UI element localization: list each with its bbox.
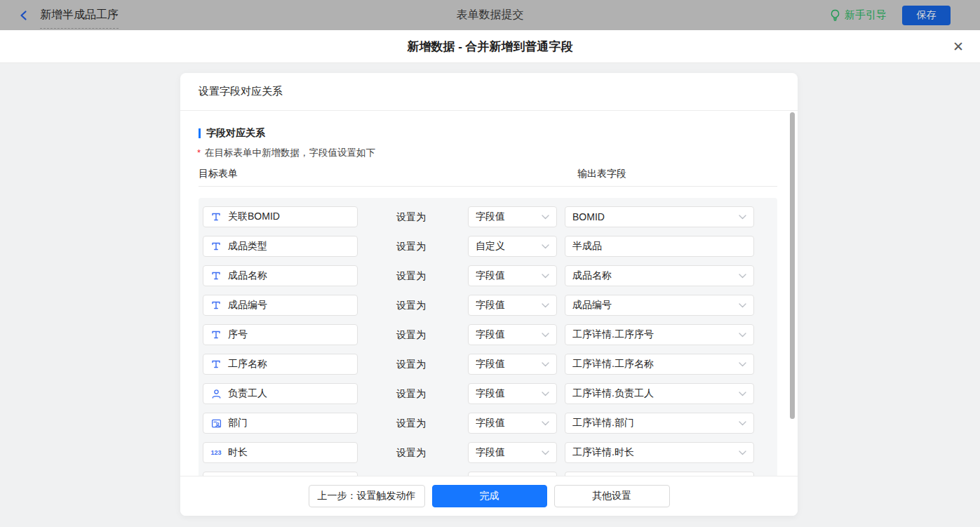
target-field-label: 部门 xyxy=(228,417,248,429)
previous-step-button[interactable]: 上一步：设置触发动作 xyxy=(309,485,425,507)
back-button[interactable] xyxy=(18,9,30,22)
value-mode-select[interactable]: 字段值 xyxy=(468,265,557,286)
set-as-label: 设置为 xyxy=(396,413,426,434)
value-mode-select[interactable]: 自定义 xyxy=(468,236,557,257)
text-field-icon xyxy=(210,212,222,222)
text-field-icon xyxy=(210,241,222,251)
chevron-down-icon xyxy=(739,215,746,220)
output-field-selected: 工序详情.工序序号 xyxy=(572,328,654,341)
mapping-row: 关联BOMID设置为字段值BOMID xyxy=(199,206,777,236)
done-button[interactable]: 完成 xyxy=(432,485,547,507)
output-field-select[interactable]: BOMID xyxy=(565,206,754,227)
output-field-select[interactable]: 成品名称 xyxy=(565,265,754,286)
value-mode-selected: 字段值 xyxy=(476,387,505,400)
value-mode-select[interactable]: 字段值 xyxy=(468,206,557,227)
value-mode-select[interactable]: 字段值 xyxy=(468,324,557,345)
set-as-label: 设置为 xyxy=(396,442,426,463)
value-mode-select[interactable]: 字段值 xyxy=(468,295,557,316)
member-icon xyxy=(210,389,222,399)
target-field-label: 时长 xyxy=(228,446,248,459)
value-mode-selected: 字段值 xyxy=(476,211,505,223)
value-mode-select[interactable]: 字段值 xyxy=(468,383,557,404)
target-field-label: 序号 xyxy=(228,328,248,341)
header-divider xyxy=(199,186,777,187)
target-field-label: 成品名称 xyxy=(228,269,267,282)
beginner-guide-link[interactable]: 新手引导 xyxy=(830,8,887,22)
target-field-box[interactable]: 123时长 xyxy=(203,442,358,463)
value-mode-selected: 字段值 xyxy=(476,299,505,312)
mapping-row: 部门设置为字段值工序详情.部门 xyxy=(199,413,777,442)
custom-value-text: 半成品 xyxy=(572,240,602,253)
chevron-down-icon xyxy=(739,303,746,308)
chevron-down-icon xyxy=(739,392,746,396)
section-description: *在目标表单中新增数据，字段值设置如下 xyxy=(197,147,375,159)
text-field-icon xyxy=(210,300,222,310)
chevron-down-icon xyxy=(542,274,549,279)
target-field-box[interactable]: 成品名称 xyxy=(203,265,358,286)
chevron-down-icon xyxy=(739,333,746,338)
text-field-icon xyxy=(210,271,222,281)
card-header-title: 设置字段对应关系 xyxy=(180,73,798,111)
target-field-box[interactable]: 工序名称 xyxy=(203,354,358,375)
value-mode-selected: 字段值 xyxy=(476,269,505,282)
target-field-box[interactable]: 序号 xyxy=(203,324,358,345)
value-mode-selected: 字段值 xyxy=(476,328,505,341)
output-field-select[interactable]: 工序详情.工序名称 xyxy=(565,354,754,375)
description-text: 在目标表单中新增数据，字段值设置如下 xyxy=(205,147,375,158)
target-field-label: 负责工人 xyxy=(228,387,267,400)
number-icon: 123 xyxy=(210,449,222,456)
output-field-select[interactable]: 工序详情.负责工人 xyxy=(565,383,754,404)
target-field-box[interactable]: 成品编号 xyxy=(203,295,358,316)
chevron-down-icon xyxy=(739,421,746,426)
chevron-down-icon xyxy=(739,362,746,367)
target-field-box[interactable]: 负责工人 xyxy=(203,383,358,404)
mapping-card: 设置字段对应关系 字段对应关系 *在目标表单中新增数据，字段值设置如下 目标表单… xyxy=(180,73,798,516)
output-field-select[interactable]: 工序详情.部门 xyxy=(565,413,754,434)
text-field-icon xyxy=(210,330,222,340)
target-field-box[interactable]: 成品类型 xyxy=(203,236,358,257)
value-mode-selected: 字段值 xyxy=(476,358,505,371)
value-mode-selected: 字段值 xyxy=(476,446,505,459)
chevron-down-icon xyxy=(542,215,549,220)
output-field-selected: 工序详情.部门 xyxy=(572,417,634,429)
mapping-row: 成品名称设置为字段值成品名称 xyxy=(199,265,777,295)
chevron-down-icon xyxy=(542,421,549,426)
close-icon[interactable]: ✕ xyxy=(953,40,964,53)
card-footer: 上一步：设置触发动作 完成 其他设置 xyxy=(180,476,798,516)
target-field-box[interactable]: 部门 xyxy=(203,413,358,434)
target-field-box[interactable]: 关联BOMID xyxy=(203,206,358,227)
section-title: 字段对应关系 xyxy=(199,127,265,140)
chevron-down-icon xyxy=(739,451,746,455)
value-mode-select[interactable]: 字段值 xyxy=(468,413,557,434)
mapping-row: 成品编号设置为字段值成品编号 xyxy=(199,295,777,324)
chevron-left-icon xyxy=(18,10,29,21)
output-field-selected: 工序详情.时长 xyxy=(572,446,634,459)
modal-header: 新增数据 - 合并新增到普通字段 ✕ xyxy=(0,30,980,63)
scrollbar-thumb[interactable] xyxy=(790,112,795,419)
target-field-label: 工序名称 xyxy=(228,358,267,371)
department-icon xyxy=(210,418,222,429)
set-as-label: 设置为 xyxy=(396,354,426,375)
mapping-row: 成品类型设置为自定义半成品 xyxy=(199,236,777,265)
workflow-title[interactable]: 新增半成品工序 xyxy=(40,8,119,22)
column-header-output-field: 输出表字段 xyxy=(577,168,626,180)
set-as-label: 设置为 xyxy=(396,295,426,316)
chevron-down-icon xyxy=(542,392,549,396)
output-field-select[interactable]: 工序详情.工序序号 xyxy=(565,324,754,345)
value-mode-select[interactable]: 字段值 xyxy=(468,442,557,463)
output-field-select[interactable]: 工序详情.时长 xyxy=(565,442,754,463)
custom-value-input[interactable]: 半成品 xyxy=(565,236,754,257)
output-field-select[interactable]: 成品编号 xyxy=(565,295,754,316)
mapping-row: 负责工人设置为字段值工序详情.负责工人 xyxy=(199,383,777,413)
mapping-row: 序号设置为字段值工序详情.工序序号 xyxy=(199,324,777,354)
value-mode-select[interactable]: 字段值 xyxy=(468,354,557,375)
save-button[interactable]: 保存 xyxy=(902,6,951,25)
column-header-target-form: 目标表单 xyxy=(199,168,238,180)
other-settings-button[interactable]: 其他设置 xyxy=(554,485,670,507)
beginner-guide-label: 新手引导 xyxy=(845,8,887,22)
modal-title: 新增数据 - 合并新增到普通字段 xyxy=(407,39,572,55)
mapping-row: 工序名称设置为字段值工序详情.工序名称 xyxy=(199,354,777,383)
chevron-down-icon xyxy=(542,303,549,308)
output-field-selected: 工序详情.负责工人 xyxy=(572,387,654,400)
target-field-label: 成品编号 xyxy=(228,299,267,312)
